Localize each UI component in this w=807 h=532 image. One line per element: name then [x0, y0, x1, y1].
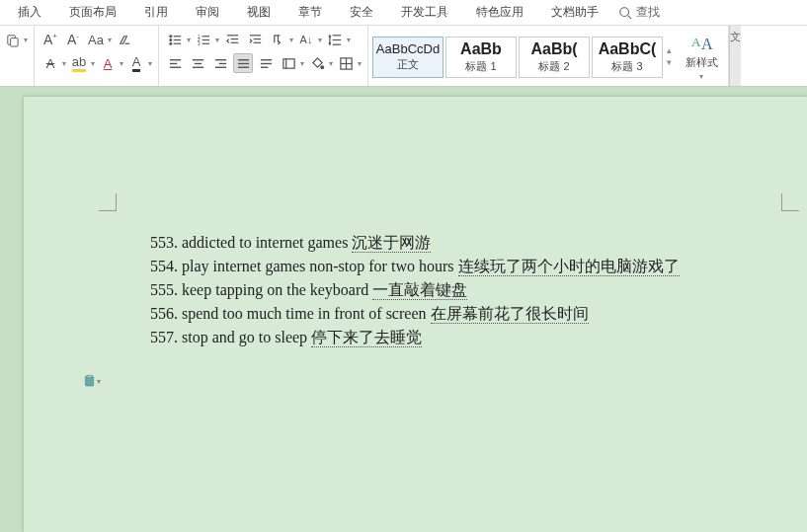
- paragraph-group: ▾ 123▾ ▾ A↓▾ ▾ ▾ ▾ ▾: [159, 26, 368, 86]
- svg-text:A: A: [691, 35, 701, 49]
- style-preview: AaBb: [460, 40, 502, 58]
- chevron-down-icon[interactable]: ▾: [329, 59, 333, 68]
- margin-corner-tl: [99, 193, 117, 211]
- borders-button[interactable]: [336, 53, 356, 73]
- chevron-down-icon[interactable]: ▾: [667, 57, 672, 67]
- chevron-down-icon[interactable]: ▾: [215, 36, 219, 44]
- chevron-down-icon[interactable]: ▾: [358, 59, 362, 68]
- menu-insert[interactable]: 插入: [4, 4, 55, 21]
- line-spacing-button[interactable]: [325, 30, 345, 49]
- chevron-down-icon[interactable]: ▾: [289, 36, 293, 44]
- list-item[interactable]: 555. keep tapping on the keyboard 一直敲着键盘: [150, 278, 769, 302]
- new-style-button[interactable]: AA 新样式▾: [676, 26, 729, 86]
- numbering-button[interactable]: 123: [194, 30, 213, 49]
- ribbon-toolbar: ▾ A+ A- Aa▾ A▾ ab▾ A▾ A▾ ▾ 123▾: [0, 26, 807, 87]
- align-center-button[interactable]: [188, 53, 207, 73]
- distribute-button[interactable]: [256, 53, 276, 73]
- increase-indent-button[interactable]: [245, 30, 265, 49]
- align-justify-button[interactable]: [233, 53, 253, 73]
- style-normal[interactable]: AaBbCcDd 正文: [372, 37, 444, 78]
- search-icon: [618, 6, 632, 20]
- chevron-up-icon[interactable]: ▴: [667, 45, 672, 55]
- svg-point-5: [169, 35, 171, 37]
- highlight-button[interactable]: ab: [69, 53, 89, 73]
- menu-special[interactable]: 特色应用: [462, 4, 537, 21]
- list-item[interactable]: 554. play internet games non-stop for tw…: [150, 255, 769, 278]
- strikethrough-button[interactable]: A: [40, 53, 60, 73]
- chevron-down-icon[interactable]: ▾: [187, 36, 191, 44]
- style-preview: AaBbC(: [599, 40, 657, 58]
- svg-point-7: [169, 38, 171, 40]
- style-preview: AaBb(: [530, 40, 577, 58]
- svg-rect-3: [10, 38, 18, 45]
- shrink-font-button[interactable]: A-: [63, 30, 83, 49]
- styles-gallery: AaBbCcDd 正文 AaBb 标题 1 AaBb( 标题 2 AaBbC( …: [368, 26, 676, 86]
- font-group: A+ A- Aa▾ A▾ ab▾ A▾ A▾: [35, 26, 159, 86]
- svg-rect-50: [87, 375, 92, 377]
- font-color-button[interactable]: A: [126, 53, 146, 73]
- align-right-button[interactable]: [210, 53, 230, 73]
- svg-rect-41: [282, 58, 293, 67]
- style-label: 标题 3: [611, 59, 642, 74]
- chevron-down-icon[interactable]: ▾: [108, 36, 112, 44]
- bullets-button[interactable]: [165, 30, 185, 49]
- chevron-down-icon[interactable]: ▾: [120, 59, 123, 68]
- chevron-down-icon[interactable]: ▾: [347, 36, 351, 44]
- document-page[interactable]: 553. addicted to internet games 沉迷于网游 55…: [24, 97, 807, 532]
- svg-point-43: [320, 65, 323, 68]
- list-item[interactable]: 553. addicted to internet games 沉迷于网游: [150, 231, 769, 255]
- chevron-down-icon[interactable]: ▾: [148, 59, 152, 68]
- chevron-down-icon[interactable]: ▾: [300, 59, 304, 68]
- document-workspace: 553. addicted to internet games 沉迷于网游 55…: [0, 87, 807, 532]
- menu-review[interactable]: 审阅: [182, 4, 233, 21]
- margin-corner-tr: [781, 193, 799, 211]
- change-case-button[interactable]: Aa: [86, 30, 106, 49]
- svg-point-0: [620, 7, 629, 16]
- menu-view[interactable]: 视图: [233, 4, 284, 21]
- shading-button[interactable]: [307, 53, 327, 73]
- paste-button[interactable]: [2, 30, 22, 49]
- chevron-down-icon[interactable]: ▾: [91, 59, 95, 68]
- sort-button[interactable]: A↓: [296, 30, 316, 49]
- menu-devtools[interactable]: 开发工具: [387, 4, 462, 21]
- svg-text:3: 3: [197, 41, 200, 46]
- chevron-down-icon[interactable]: ▾: [318, 36, 322, 44]
- text-direction-button[interactable]: [268, 30, 287, 49]
- chevron-down-icon: ▾: [699, 72, 703, 81]
- chevron-down-icon[interactable]: ▾: [62, 59, 66, 68]
- search-box[interactable]: 查找: [618, 4, 660, 21]
- tab-settings-button[interactable]: [279, 53, 298, 73]
- chevron-down-icon: ▾: [97, 377, 101, 386]
- clipboard-icon: [83, 374, 96, 388]
- search-label: 查找: [636, 4, 660, 21]
- menu-sections[interactable]: 章节: [284, 4, 336, 21]
- chevron-down-icon[interactable]: ▾: [24, 36, 28, 44]
- clear-format-button[interactable]: [115, 30, 134, 49]
- svg-point-9: [169, 42, 171, 44]
- menu-page-layout[interactable]: 页面布局: [55, 4, 130, 21]
- paste-options-button[interactable]: ▾: [83, 373, 101, 389]
- document-content[interactable]: 553. addicted to internet games 沉迷于网游 55…: [150, 231, 769, 349]
- style-heading1[interactable]: AaBb 标题 1: [445, 37, 517, 78]
- menu-security[interactable]: 安全: [336, 4, 387, 21]
- list-item[interactable]: 557. stop and go to sleep 停下来了去睡觉: [150, 326, 769, 349]
- new-style-icon: AA: [689, 32, 715, 53]
- menu-dochelper[interactable]: 文档助手: [537, 4, 612, 21]
- new-style-label: 新样式: [686, 55, 718, 70]
- menu-bar: 插入 页面布局 引用 审阅 视图 章节 安全 开发工具 特色应用 文档助手 查找: [0, 0, 807, 26]
- align-left-button[interactable]: [165, 53, 185, 73]
- menu-references[interactable]: 引用: [130, 4, 182, 21]
- side-panel-tab[interactable]: 文: [729, 26, 741, 86]
- style-label: 标题 2: [538, 59, 569, 74]
- clipboard-group: ▾: [0, 26, 35, 86]
- styles-scroll[interactable]: ▴▾: [667, 45, 672, 67]
- side-panel-label: 文: [730, 30, 741, 44]
- style-preview: AaBbCcDd: [376, 41, 440, 56]
- style-heading2[interactable]: AaBb( 标题 2: [519, 37, 590, 78]
- grow-font-button[interactable]: A+: [40, 30, 60, 49]
- style-heading3[interactable]: AaBbC( 标题 3: [592, 37, 663, 78]
- list-item[interactable]: 556. spend too much time in front of scr…: [150, 302, 769, 326]
- underline-button[interactable]: A: [98, 53, 118, 73]
- svg-text:A: A: [701, 36, 713, 52]
- decrease-indent-button[interactable]: [222, 30, 242, 49]
